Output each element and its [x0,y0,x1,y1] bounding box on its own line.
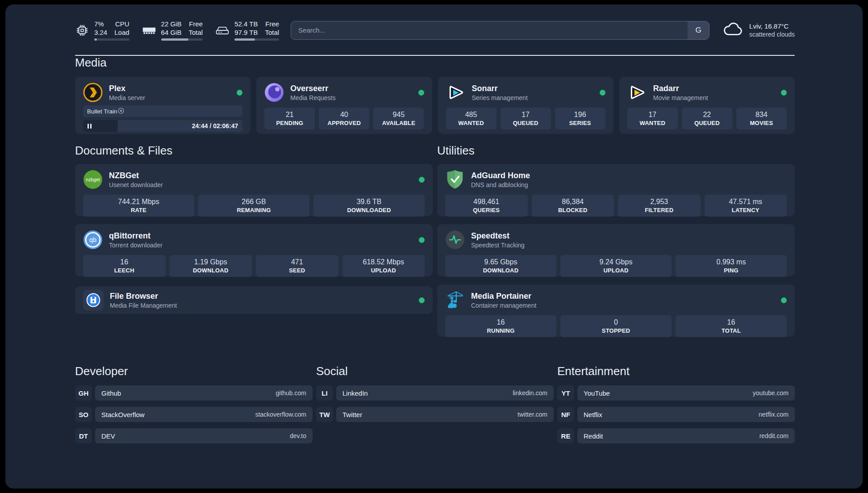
disk-free-label: Free [265,20,279,28]
ram-free-label: Free [189,20,203,28]
stat-tile: 2,953FILTERED [618,195,701,217]
link-netflix[interactable]: NF Netflixnetflix.com [557,407,795,422]
link-name: DEV [101,432,115,440]
ram-stat: 22 GiB 64 GiB Free Total [142,20,203,41]
link-name: StackOverflow [101,411,145,418]
status-dot [600,90,605,96]
sonarr-icon [446,83,466,102]
now-playing-title: Bullet Train [87,108,117,115]
disk-stat: 52.4 TB 97.9 TB Free Total [215,20,279,41]
link-url: linkedin.com [513,389,547,397]
app-title: qBittorrent [109,231,163,241]
overseerr-icon [264,83,284,102]
link-linkedin[interactable]: LI LinkedInlinkedin.com [316,385,554,401]
stat-tile: 21PENDING [264,108,315,130]
media-grid: Plex Media server Bullet Train 24:44 / 0… [75,77,795,134]
link-youtube[interactable]: YT YouTubeyoutube.com [557,385,795,401]
link-dev-to[interactable]: DT DEVdev.to [75,428,313,443]
app-title: Overseerr [290,84,335,93]
nzbget-icon: nzbget [83,170,103,189]
app-card-portainer[interactable]: Media Portainer Container management 16R… [437,284,795,337]
app-card-speedtest[interactable]: Speedtest Speedtest Tracking 9.65 GbpsDO… [437,224,795,276]
app-title: File Browser [110,292,177,301]
app-subtitle: Movie management [653,94,708,101]
adguard-icon [445,170,465,189]
cpu-usage-label: CPU [115,20,129,28]
disk-total-label: Total [265,28,279,37]
section-title-social: Social [316,364,554,378]
search-engine-button[interactable]: G [688,21,709,39]
qbittorrent-icon: qb [83,230,103,250]
app-card-filebrowser[interactable]: File Browser Media File Management [75,286,433,314]
cpu-load-value: 3.24 [94,28,107,37]
stat-tile: 16TOTAL [676,315,787,337]
stat-tile: 86,384BLOCKED [532,195,614,217]
status-dot [237,90,242,96]
disk-icon [215,23,230,38]
app-title: Radarr [653,84,708,93]
app-card-overseerr[interactable]: Overseerr Media Requests 21PENDING 40APP… [256,77,432,134]
pause-button[interactable] [83,120,118,132]
app-subtitle: Media Requests [290,94,335,101]
stat-tile: 16RUNNING [445,315,556,337]
svg-text:nzbget: nzbget [86,177,100,182]
link-prefix: DT [75,428,92,443]
app-title: Speedtest [471,231,525,241]
link-reddit[interactable]: RE Redditreddit.com [557,428,795,443]
link-url: twitter.com [517,411,547,418]
status-dot [419,237,425,243]
stat-tile: 266 GBREMAINING [198,195,309,217]
stat-tile: 40APPROVED [319,108,369,130]
app-title: AdGuard Home [471,171,530,180]
app-subtitle: Media server [109,94,145,101]
link-prefix: LI [316,385,333,401]
link-name: Twitter [342,411,362,418]
link-url: youtube.com [753,389,789,397]
search-bar: G [291,21,709,40]
stat-tile: 1.19 GbpsDOWNLOAD [170,255,252,277]
disk-total-value: 97.9 TB [234,28,258,37]
link-prefix: RE [557,428,574,443]
stat-tile: 9.24 GbpsUPLOAD [560,255,672,277]
stat-tile: 17WANTED [627,108,678,130]
link-twitter[interactable]: TW Twittertwitter.com [316,407,554,422]
section-title-media: Media [75,56,795,70]
app-subtitle: Usenet downloader [109,181,163,188]
weather-widget: Lviv, 16.87°C scattered clouds [723,22,795,39]
stat-tile: 17QUEUED [501,108,551,130]
link-url: github.com [276,389,306,397]
app-card-qbittorrent[interactable]: qb qBittorrent Torrent downloader 16LEEC… [75,224,433,276]
stat-tile: 498,461QUERIES [445,195,528,217]
app-card-nzbget[interactable]: nzbget NZBGet Usenet downloader 744.21 M… [75,164,433,216]
status-dot [418,90,424,96]
app-title: Sonarr [472,84,528,93]
playback-time: 24:44 / 02:06:47 [192,122,243,130]
link-url: netflix.com [759,411,789,418]
search-input[interactable] [291,21,688,39]
ram-total-value: 64 GiB [161,28,182,37]
disk-free-value: 52.4 TB [234,20,258,28]
app-card-sonarr[interactable]: Sonarr Series management 485WANTED 17QUE… [438,77,613,134]
cpu-icon [75,23,89,38]
stat-tile: 834MOVIES [736,108,787,130]
stat-tile: 47.571 msLATENCY [705,195,787,217]
link-github[interactable]: GH Githubgithub.com [75,385,313,401]
link-prefix: NF [557,407,574,422]
app-card-radarr[interactable]: Radarr Movie management 17WANTED 22QUEUE… [619,77,795,134]
link-prefix: YT [557,385,574,401]
ram-icon [142,23,156,38]
link-name: YouTube [584,389,610,397]
weather-location: Lviv, 16.87°C [749,22,795,30]
app-card-plex[interactable]: Plex Media server Bullet Train 24:44 / 0… [75,77,250,134]
app-title: Media Portainer [471,292,536,301]
stat-tile: 0.993 msPING [676,255,787,277]
app-title: Plex [109,84,145,93]
app-subtitle: DNS and adblocking [471,181,530,188]
app-card-adguard[interactable]: AdGuard Home DNS and adblocking 498,461Q… [437,164,795,216]
stat-tile: 16LEECH [83,255,166,277]
link-url: reddit.com [760,432,789,439]
now-playing-row: Bullet Train [83,105,242,117]
link-stackoverflow[interactable]: SO StackOverflowstackoverflow.com [75,407,313,422]
app-subtitle: Series management [472,94,528,101]
stat-tile: 618.52 MbpsUPLOAD [342,255,425,277]
